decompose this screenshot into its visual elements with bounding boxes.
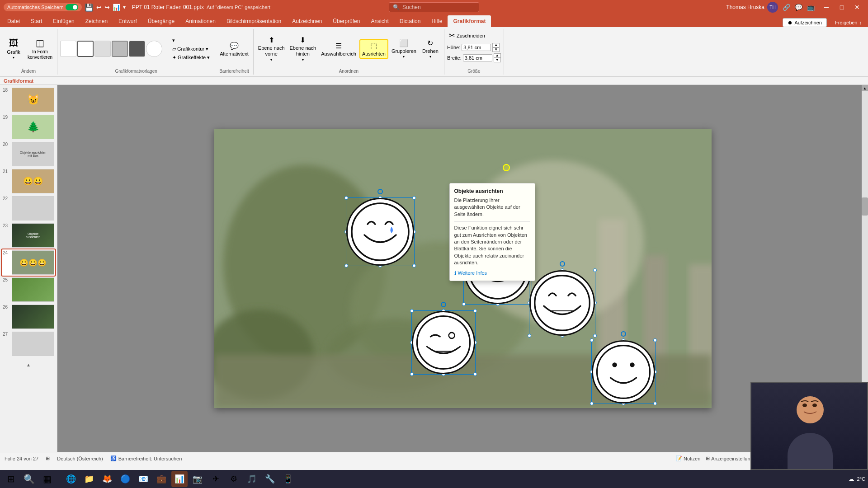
taskbar-misc1-btn[interactable]: ⚙ <box>226 471 242 487</box>
slide-item-25[interactable]: 25 <box>2 277 55 303</box>
emoji-obj-4[interactable] <box>409 300 479 384</box>
minimize-button[interactable]: ─ <box>819 0 834 14</box>
tab-start[interactable]: Start <box>25 15 47 27</box>
formatvorlagen-expand-btn[interactable]: ▾ <box>170 37 212 44</box>
shape-preset-6[interactable] <box>146 41 162 57</box>
sel-handle-tl-5[interactable] <box>590 338 594 342</box>
tab-ueberpruefen[interactable]: Überprüfen <box>327 15 365 27</box>
taskbar-search-btn[interactable]: 🔍 <box>21 471 37 487</box>
taskbar-edge-btn[interactable]: 🌐 <box>63 471 79 487</box>
gruppieren-button[interactable]: ⬜ Gruppieren ▾ <box>390 38 418 60</box>
sel-handle-tr-3[interactable] <box>593 268 597 272</box>
grafik-kontur-btn[interactable]: ▱ Grafikkontur ▾ <box>170 45 212 53</box>
tab-uebergaenge[interactable]: Übergänge <box>142 15 180 27</box>
share-icon[interactable]: 🔗 <box>783 4 790 11</box>
emoji-obj-1[interactable] <box>343 194 418 269</box>
more-tools-icon[interactable]: ▾ <box>123 4 126 10</box>
rotate-handle-1[interactable] <box>377 189 383 194</box>
slide-item-26[interactable]: 26 <box>2 304 55 330</box>
present-icon[interactable]: 📺 <box>807 4 815 11</box>
hoehe-up[interactable]: ▲ <box>492 43 500 47</box>
tab-ansicht[interactable]: Ansicht <box>365 15 394 27</box>
hoehe-input[interactable] <box>462 44 491 51</box>
taskbar-powerpoint-btn[interactable]: 📊 <box>171 471 188 487</box>
rotate-handle-3[interactable] <box>560 261 565 267</box>
barrierefreiheit-status[interactable]: ♿ Barrierefreiheit: Untersuchen <box>110 455 182 461</box>
zuschneiden-button[interactable]: ✂ Zuschneiden <box>447 30 487 41</box>
ebene-vorne-button[interactable]: ⬆ Ebene nachvorne ▾ <box>256 34 287 63</box>
slide-item-23[interactable]: 23 Objekteausrichten <box>2 222 55 249</box>
sel-handle-br-5[interactable] <box>653 402 657 405</box>
slide-item-22[interactable]: 22 <box>2 195 55 221</box>
taskbar-firefox-btn[interactable]: 🦊 <box>99 471 115 487</box>
sel-handle-bl-3[interactable] <box>528 334 531 338</box>
grafik-button[interactable]: 🖼 Grafik ▾ <box>3 37 24 61</box>
taskbar-chrome-btn[interactable]: 🔵 <box>117 471 133 487</box>
breite-spinner[interactable]: ▲ ▼ <box>494 53 501 62</box>
tab-hilfe[interactable]: Hilfe <box>426 15 448 27</box>
autosave-toggle[interactable]: Automatisches Speichern <box>4 3 82 11</box>
tab-animationen[interactable]: Animationen <box>180 15 221 27</box>
search-box[interactable]: 🔍 <box>389 2 479 12</box>
shape-preset-4[interactable] <box>112 41 128 57</box>
tab-entwurf[interactable]: Entwurf <box>113 15 142 27</box>
slide-item-19[interactable]: 19 🌲 <box>2 114 55 140</box>
taskbar-outlook-btn[interactable]: 📧 <box>135 471 151 487</box>
sel-handle-br-4[interactable] <box>473 372 477 376</box>
tab-aufzeichnen[interactable]: Aufzeichnen <box>287 15 327 27</box>
shape-preset-1[interactable] <box>60 41 76 57</box>
freigeben-button[interactable]: Freigeben ↑ <box>830 19 866 27</box>
taskbar-misc2-btn[interactable]: 🎵 <box>244 471 260 487</box>
ebene-hinten-button[interactable]: ⬇ Ebene nachhinten ▾ <box>288 34 318 63</box>
tab-einfuegen[interactable]: Einfügen <box>47 15 80 27</box>
taskbar-explorer-btn[interactable]: 📁 <box>81 471 97 487</box>
close-button[interactable]: ✕ <box>850 0 864 14</box>
shape-preset-2[interactable] <box>77 41 94 57</box>
sel-handle-bl-5[interactable] <box>590 402 594 405</box>
sel-handle-br-1[interactable] <box>412 264 416 267</box>
notizen-btn[interactable]: 📝 Notizen <box>676 455 700 461</box>
shape-preset-5[interactable] <box>129 41 145 57</box>
tab-dictation[interactable]: Dictation <box>394 15 426 27</box>
slide-item-18[interactable]: 18 😺 <box>2 87 55 113</box>
hoehe-down[interactable]: ▼ <box>492 47 500 52</box>
presentation-icon[interactable]: 📊 <box>113 4 120 11</box>
tab-zeichnen[interactable]: Zeichnen <box>80 15 113 27</box>
in-form-button[interactable]: ◫ In Formkonvertieren <box>26 36 54 61</box>
sel-handle-tr-5[interactable] <box>653 338 657 342</box>
tab-grafikformat[interactable]: Grafikformat <box>448 15 491 27</box>
save-icon[interactable]: 💾 <box>85 3 94 12</box>
taskbar-teams-btn[interactable]: 💼 <box>153 471 170 487</box>
aufzeichnen-button[interactable]: ⏺ Aufzeichnen <box>783 18 827 27</box>
ausrichten-button[interactable]: ⬚ Ausrichten <box>359 39 388 59</box>
rotate-handle-5[interactable] <box>621 331 626 337</box>
taskbar-camera-btn[interactable]: 📷 <box>189 471 206 487</box>
comments-icon[interactable]: 💬 <box>795 4 802 11</box>
slide-view-icon[interactable]: ⊞ <box>46 455 50 461</box>
taskbar-misc4-btn[interactable]: 📱 <box>280 471 296 487</box>
sel-handle-bl-4[interactable] <box>410 372 414 376</box>
redo-icon[interactable]: ↪ <box>104 4 110 11</box>
sel-handle-tr-1[interactable] <box>412 196 416 200</box>
sel-handle-tl-4[interactable] <box>410 309 414 313</box>
tab-datei[interactable]: Datei <box>2 15 25 27</box>
slide-item-24[interactable]: 24 😀😀😀 <box>2 249 55 276</box>
autosave-toggle-switch[interactable] <box>66 4 78 10</box>
sel-handle-bl-1[interactable] <box>344 264 348 267</box>
panel-scroll-up[interactable]: ▲ <box>26 362 31 367</box>
breite-down[interactable]: ▼ <box>494 58 501 62</box>
tooltip-link[interactable]: ℹ Weitere Infos <box>454 270 530 276</box>
breite-up[interactable]: ▲ <box>494 53 501 58</box>
sel-handle-tl-1[interactable] <box>344 196 348 200</box>
slide-item-20[interactable]: 20 Objekte ausrichtenmit Box <box>2 141 55 167</box>
rotate-handle-4[interactable] <box>441 302 446 307</box>
slide-item-21[interactable]: 21 😀😀 <box>2 168 55 194</box>
undo-icon[interactable]: ↩ <box>96 4 102 11</box>
taskbar-misc3-btn[interactable]: 🔧 <box>262 471 278 487</box>
emoji-obj-5[interactable] <box>589 332 659 408</box>
drehen-button[interactable]: ↻ Drehen ▾ <box>420 38 441 60</box>
taskbar-widgets-btn[interactable]: ▦ <box>39 471 55 487</box>
alt-text-button[interactable]: 💬 Alternativtext <box>218 40 250 58</box>
tab-bildschirm[interactable]: Bildschirmpräsentation <box>221 15 287 27</box>
auswahlbereich-button[interactable]: ☰ Auswahlbereich <box>319 40 358 58</box>
